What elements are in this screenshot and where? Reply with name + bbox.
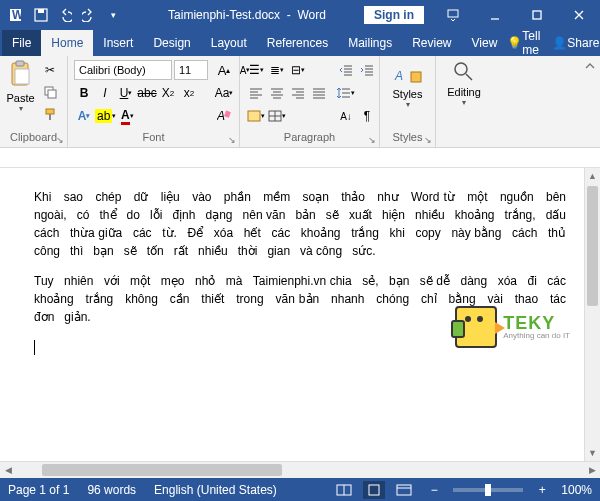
redo-icon[interactable] <box>78 4 100 26</box>
word-icon[interactable]: W <box>6 4 28 26</box>
tab-mailings[interactable]: Mailings <box>338 30 402 56</box>
clipboard-launcher-icon[interactable]: ↘ <box>56 135 64 145</box>
styles-launcher-icon[interactable]: ↘ <box>424 135 432 145</box>
tab-layout[interactable]: Layout <box>201 30 257 56</box>
copy-icon[interactable] <box>39 82 61 102</box>
svg-point-22 <box>455 63 467 75</box>
window-title: Taimienphi-Test.docx - Word <box>130 8 364 22</box>
save-icon[interactable] <box>30 4 52 26</box>
scroll-thumb[interactable] <box>587 186 598 306</box>
paragraph-2[interactable]: Tuy nhiên với một mẹo nhỏ mà Taimienphi.… <box>34 272 566 326</box>
decrease-indent-button[interactable] <box>336 60 356 80</box>
font-color-button[interactable]: A▾ <box>117 106 137 126</box>
vertical-scrollbar[interactable]: ▲ ▼ <box>584 168 600 461</box>
find-icon <box>452 60 476 84</box>
status-language[interactable]: English (United States) <box>154 483 277 497</box>
web-layout-icon[interactable] <box>393 481 415 499</box>
document-page[interactable]: Khi sao chép dữ liệu vào phần mềm soạn t… <box>0 168 600 388</box>
hscroll-thumb[interactable] <box>42 464 282 476</box>
underline-button[interactable]: U▾ <box>116 83 136 103</box>
grow-font-button[interactable]: A▴ <box>214 60 234 80</box>
styles-button[interactable]: A Styles ▾ <box>386 60 429 109</box>
font-launcher-icon[interactable]: ↘ <box>228 135 236 145</box>
font-size-combo[interactable] <box>174 60 208 80</box>
svg-rect-4 <box>448 10 458 17</box>
text-effects-button[interactable]: A▾ <box>74 106 94 126</box>
tab-view[interactable]: View <box>462 30 508 56</box>
tellme[interactable]: 💡 Tell me <box>507 29 540 57</box>
strikethrough-button[interactable]: abc <box>137 83 157 103</box>
scroll-up-icon[interactable]: ▲ <box>585 168 600 184</box>
superscript-button[interactable]: x2 <box>179 83 199 103</box>
qat-customize-icon[interactable]: ▾ <box>102 4 124 26</box>
svg-rect-15 <box>224 110 231 117</box>
italic-button[interactable]: I <box>95 83 115 103</box>
line-spacing-button[interactable]: ▾ <box>336 83 356 103</box>
status-words[interactable]: 96 words <box>87 483 136 497</box>
zoom-out-icon[interactable]: − <box>423 481 445 499</box>
align-right-button[interactable] <box>288 83 308 103</box>
minimize-icon[interactable] <box>474 0 516 30</box>
ribbon-options-icon[interactable] <box>432 0 474 30</box>
zoom-in-icon[interactable]: + <box>531 481 553 499</box>
zoom-slider[interactable] <box>453 488 523 492</box>
bullets-button[interactable]: ☰▾ <box>246 60 266 80</box>
paste-button[interactable]: Paste ▾ <box>6 60 35 113</box>
paragraph-launcher-icon[interactable]: ↘ <box>368 135 376 145</box>
styles-icon: A <box>393 60 423 86</box>
scroll-right-icon[interactable]: ▶ <box>584 462 600 478</box>
align-left-button[interactable] <box>246 83 266 103</box>
sort-button[interactable]: A↓ <box>336 106 356 126</box>
borders-button[interactable]: ▾ <box>267 106 287 126</box>
svg-text:A: A <box>394 69 403 83</box>
multilevel-button[interactable]: ⊟▾ <box>288 60 308 80</box>
clipboard-icon <box>7 60 35 90</box>
read-mode-icon[interactable] <box>333 481 355 499</box>
ruler[interactable] <box>0 148 600 168</box>
clear-formatting-button[interactable]: A <box>214 106 234 126</box>
status-page[interactable]: Page 1 of 1 <box>8 483 69 497</box>
maximize-icon[interactable] <box>516 0 558 30</box>
svg-rect-6 <box>533 11 541 19</box>
tab-home[interactable]: Home <box>41 30 93 56</box>
bold-button[interactable]: B <box>74 83 94 103</box>
group-clipboard-label: Clipboard <box>6 129 61 145</box>
collapse-ribbon-icon[interactable] <box>580 56 600 147</box>
numbering-button[interactable]: ≣▾ <box>267 60 287 80</box>
scroll-down-icon[interactable]: ▼ <box>585 445 600 461</box>
zoom-level[interactable]: 100% <box>561 483 592 497</box>
share-button[interactable]: 👤 Share <box>552 36 599 50</box>
svg-rect-16 <box>248 111 260 121</box>
svg-rect-3 <box>38 9 44 13</box>
svg-rect-13 <box>49 114 51 120</box>
tab-file[interactable]: File <box>2 30 41 56</box>
shading-button[interactable]: ▾ <box>246 106 266 126</box>
undo-icon[interactable] <box>54 4 76 26</box>
svg-rect-26 <box>369 485 379 495</box>
cut-icon[interactable]: ✂ <box>39 60 61 80</box>
svg-rect-21 <box>411 72 421 82</box>
tab-review[interactable]: Review <box>402 30 461 56</box>
svg-line-23 <box>466 74 472 80</box>
change-case-button[interactable]: Aa▾ <box>214 83 234 103</box>
svg-rect-11 <box>48 90 56 98</box>
show-marks-button[interactable]: ¶ <box>357 106 377 126</box>
scroll-left-icon[interactable]: ◀ <box>0 462 16 478</box>
signin-button[interactable]: Sign in <box>364 6 424 24</box>
font-family-combo[interactable] <box>74 60 172 80</box>
tab-design[interactable]: Design <box>143 30 200 56</box>
chevron-down-icon: ▾ <box>19 104 23 113</box>
print-layout-icon[interactable] <box>363 481 385 499</box>
justify-button[interactable] <box>309 83 329 103</box>
paragraph-1[interactable]: Khi sao chép dữ liệu vào phần mềm soạn t… <box>34 188 566 260</box>
align-center-button[interactable] <box>267 83 287 103</box>
increase-indent-button[interactable] <box>357 60 377 80</box>
subscript-button[interactable]: X2 <box>158 83 178 103</box>
horizontal-scrollbar[interactable]: ◀ ▶ <box>0 461 600 478</box>
tab-insert[interactable]: Insert <box>93 30 143 56</box>
highlight-button[interactable]: ab▾ <box>95 106 116 126</box>
format-painter-icon[interactable] <box>39 104 61 124</box>
editing-button[interactable]: Editing ▾ <box>442 60 486 107</box>
close-icon[interactable] <box>558 0 600 30</box>
tab-references[interactable]: References <box>257 30 338 56</box>
